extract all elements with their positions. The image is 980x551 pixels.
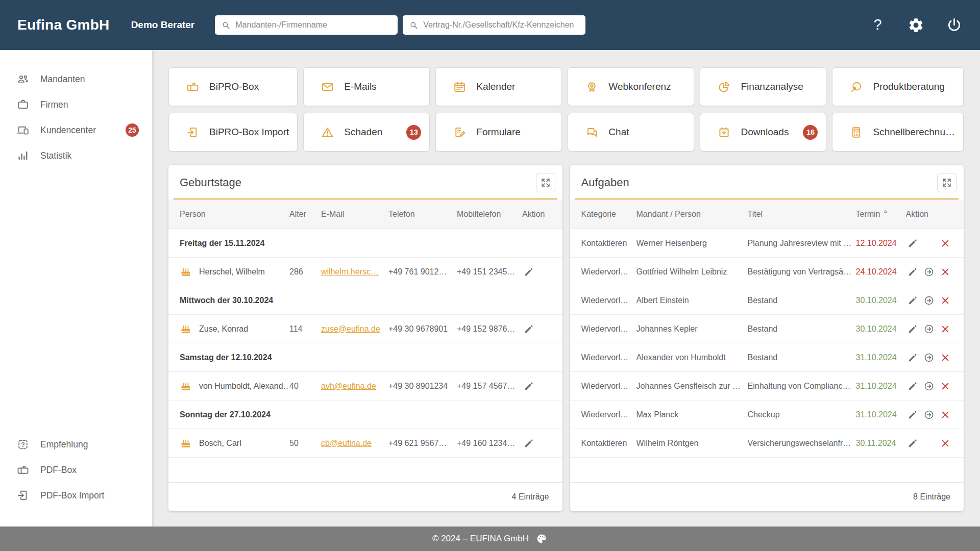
birthdays-expand-button[interactable] — [536, 173, 555, 192]
forward-button[interactable] — [922, 265, 936, 279]
tile-downloads[interactable]: Downloads16 — [700, 113, 826, 152]
task-actions — [906, 237, 953, 250]
forward-button[interactable] — [922, 408, 936, 421]
sidebar-item-kundencenter[interactable]: Kundencenter25 — [0, 117, 152, 143]
edit-button[interactable] — [906, 322, 919, 336]
sidebar-item-empfehlung[interactable]: ?Empfehlung — [0, 432, 152, 457]
tile-schaden[interactable]: Schaden13 — [303, 113, 430, 152]
tile-e-mails[interactable]: E-Mails — [303, 67, 430, 106]
tile-formulare[interactable]: Formulare — [435, 113, 562, 152]
email-link[interactable]: wilhelm.hersc… — [321, 267, 379, 276]
copyright-text: © 2024 – EUFINA GmbH — [432, 534, 529, 544]
edit-button[interactable] — [906, 437, 919, 450]
task-person: Gottfried Wilhelm Leibniz — [636, 267, 748, 277]
edit-button[interactable] — [522, 265, 535, 279]
pencil-icon — [523, 323, 534, 335]
client-search-input[interactable] — [235, 20, 391, 30]
tasks-panel-header: Aufgaben — [570, 165, 964, 198]
tile-kalender[interactable]: Kalender — [435, 67, 562, 106]
edit-button[interactable] — [906, 408, 919, 421]
tile-chat[interactable]: Chat — [568, 113, 694, 152]
tile-label: Chat — [608, 127, 629, 138]
delete-button[interactable] — [939, 265, 952, 279]
sidebar-item-mandanten[interactable]: Mandanten — [0, 66, 152, 92]
sidebar-item-pdf-box-import[interactable]: PDF-Box Import — [0, 483, 152, 508]
sidebar-item-pdf-box[interactable]: PDF-Box — [0, 457, 152, 483]
delete-button[interactable] — [939, 351, 952, 364]
power-button[interactable] — [946, 17, 963, 34]
help-button[interactable]: ? — [869, 17, 886, 34]
dashboard-panels: Geburtstage PersonAlterE-MailTelefonMobi… — [168, 165, 964, 511]
tile-produktberatung[interactable]: Produktberatung — [832, 67, 964, 106]
tile-bipro-box-import[interactable]: BiPRO-Box Import — [168, 113, 298, 152]
birthday-phone: +49 30 9678901 — [388, 324, 457, 334]
birthday-email: wilhelm.hersc… — [321, 267, 388, 277]
email-link[interactable]: avh@eufina.de — [321, 382, 376, 390]
tile-webkonferenz[interactable]: Webkonferenz — [568, 67, 694, 106]
task-actions — [906, 408, 953, 421]
tasks-column-termin[interactable]: Termin — [856, 210, 906, 219]
task-title: Bestand — [748, 296, 856, 305]
delete-button[interactable] — [939, 294, 952, 307]
birthday-mobile: +49 151 2345… — [457, 267, 522, 277]
edit-button[interactable] — [522, 437, 535, 450]
birthday-email: cb@eufina.de — [321, 439, 388, 448]
edit-button[interactable] — [906, 294, 919, 307]
edit-button[interactable] — [906, 265, 919, 279]
contract-search-input[interactable] — [423, 20, 579, 30]
birthdays-panel-header: Geburtstage — [168, 165, 562, 198]
forward-button[interactable] — [922, 380, 936, 393]
sidebar-bottom: ?EmpfehlungPDF-BoxPDF-Box Import — [0, 432, 152, 508]
delete-button[interactable] — [939, 437, 952, 450]
birthday-actions — [522, 322, 551, 336]
person-name: Bosch, Carl — [199, 439, 241, 448]
tasks-column-mandant-person: Mandant / Person — [636, 210, 748, 219]
delete-button[interactable] — [939, 322, 952, 336]
birthday-mobile: +49 160 1234… — [457, 439, 522, 448]
edit-button[interactable] — [522, 322, 535, 336]
email-link[interactable]: cb@eufina.de — [321, 439, 372, 447]
email-link[interactable]: zuse@eufina.de — [321, 324, 380, 333]
birthday-person: Bosch, Carl — [180, 437, 289, 449]
tile-schnellberechnu[interactable]: Schnellberechnu… — [832, 113, 964, 152]
close-icon — [940, 409, 951, 420]
palette-icon[interactable] — [535, 533, 548, 545]
task-due-date: 31.10.2024 — [856, 410, 906, 419]
devices-icon — [16, 123, 30, 137]
forward-button[interactable] — [922, 294, 936, 307]
task-title: Planung Jahresreview mit … — [748, 239, 856, 248]
tile-label: Webkonferenz — [608, 81, 671, 92]
birthday-mobile: +49 152 9876… — [457, 324, 522, 334]
search-icon — [221, 20, 231, 30]
birthday-row: Bosch, Carl50cb@eufina.de+49 621 9567…+4… — [168, 429, 562, 458]
task-due-date: 12.10.2024 — [856, 239, 906, 248]
form-icon — [453, 126, 467, 139]
tile-finanzanalyse[interactable]: Finanzanalyse — [700, 67, 826, 106]
current-user: Demo Berater — [131, 19, 195, 31]
sidebar-item-firmen[interactable]: Firmen — [0, 92, 152, 117]
edit-button[interactable] — [906, 380, 919, 393]
birthday-group-date: Mittwoch der 30.10.2024 — [180, 296, 551, 305]
forward-button[interactable] — [922, 351, 936, 364]
tile-bipro-box[interactable]: BiPRO-Box — [168, 67, 298, 106]
edit-button[interactable] — [906, 237, 919, 250]
sort-ascending-icon — [882, 210, 889, 215]
edit-button[interactable] — [906, 351, 919, 364]
calculator-icon — [849, 126, 863, 139]
recommendation-icon: ? — [16, 438, 30, 451]
settings-button[interactable] — [908, 17, 924, 34]
delete-button[interactable] — [939, 380, 952, 393]
sidebar-item-statistik[interactable]: Statistik — [0, 143, 152, 168]
task-actions — [906, 437, 953, 450]
sidebar-item-label: Statistik — [40, 151, 71, 161]
close-icon — [940, 352, 951, 363]
settings-icon — [908, 17, 924, 34]
birthdays-entry-count: 4 Einträge — [168, 482, 562, 511]
delete-button[interactable] — [939, 237, 952, 250]
forward-button[interactable] — [922, 322, 936, 336]
tasks-expand-button[interactable] — [937, 173, 957, 192]
edit-button[interactable] — [522, 380, 535, 393]
delete-button[interactable] — [939, 408, 952, 421]
tasks-column-titel: Titel — [748, 210, 856, 219]
task-category: Kontaktieren — [581, 439, 636, 448]
